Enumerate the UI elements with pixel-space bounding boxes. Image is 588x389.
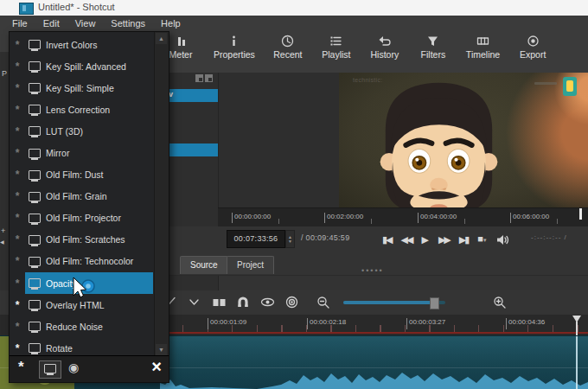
favorite-star-icon[interactable]: * — [10, 104, 25, 116]
volume-icon[interactable] — [496, 234, 509, 246]
video-filter-icon — [29, 126, 41, 136]
favorite-star-icon[interactable]: * — [10, 39, 25, 51]
filter-item-reduce-noise[interactable]: *Reduce Noise — [10, 316, 153, 337]
zoom-in-icon[interactable] — [493, 296, 507, 309]
menu-edit[interactable]: Edit — [36, 18, 67, 29]
favorite-star-icon[interactable]: * — [10, 277, 25, 290]
paste-overwrite-icon[interactable] — [212, 296, 227, 309]
ruler-marker-line — [158, 332, 588, 334]
menu-file[interactable]: File — [5, 18, 35, 29]
filters-chooser-popup: *Invert Colors *Key Spill: Advanced *Key… — [9, 31, 169, 383]
close-popup-button[interactable]: × — [151, 357, 162, 377]
favorite-star-icon[interactable]: * — [10, 125, 25, 137]
edge-fragment-p: P — [2, 69, 7, 78]
tab-source[interactable]: Source — [180, 256, 228, 274]
filter-item-key-spill-advanced[interactable]: *Key Spill: Advanced — [10, 55, 153, 77]
fast-forward-button[interactable]: ▶▶ — [438, 231, 450, 248]
filter-item-mirror[interactable]: *Mirror — [10, 142, 153, 163]
channel-badge-icon — [563, 77, 577, 96]
favorite-star-icon[interactable]: * — [10, 82, 25, 94]
menu-view[interactable]: View — [68, 18, 103, 29]
spinner-down-icon[interactable]: ▼ — [288, 239, 292, 244]
favorite-star-icon[interactable]: * — [10, 190, 25, 202]
filter-item-invert-colors[interactable]: *Invert Colors — [10, 34, 153, 55]
properties-button[interactable]: Properties — [208, 33, 261, 61]
in-out-duration: -:--:--:-- / — [531, 233, 567, 241]
skip-end-button[interactable]: ▶▮ — [459, 231, 469, 248]
favorite-star-icon[interactable]: * — [10, 299, 25, 311]
filter-item-old-film-projector[interactable]: *Old Film: Projector — [10, 207, 153, 229]
popup-scrollbar[interactable]: ▲ ▼ — [154, 32, 169, 356]
stop-button[interactable]: ■▾ — [477, 230, 486, 249]
recent-icon — [281, 35, 294, 48]
timeline-zoom-slider[interactable] — [343, 301, 445, 304]
video-preview: technistic: — [339, 73, 588, 207]
scroll-up-icon[interactable]: ▲ — [156, 33, 167, 44]
favorite-star-icon[interactable]: * — [10, 233, 25, 246]
filter-item-key-spill-simple[interactable]: *Key Spill: Simple — [10, 77, 153, 99]
scroll-down-icon[interactable]: ▼ — [156, 344, 167, 355]
scrub-marker-icon[interactable] — [260, 296, 275, 309]
position-spinner[interactable]: ▲ ▼ — [285, 230, 295, 248]
ripple-icon[interactable] — [285, 296, 298, 309]
menu-help[interactable]: Help — [154, 18, 188, 29]
history-icon — [378, 35, 391, 48]
player-playhead[interactable] — [579, 208, 582, 220]
video-filters-button[interactable] — [39, 360, 61, 379]
favorite-star-icon[interactable]: * — [10, 212, 25, 224]
splitter-handle[interactable]: ••••• — [361, 266, 384, 275]
popup-footer: * ◉ × — [10, 355, 169, 382]
player-time-ruler[interactable]: 00:00:00:00 00:02:00:00 00:04:00:00 00:0… — [218, 207, 588, 227]
favorite-star-icon[interactable]: * — [10, 342, 25, 354]
rewind-button[interactable]: ◀◀ — [401, 231, 412, 248]
zoom-slider-handle[interactable] — [430, 297, 439, 309]
favorite-star-icon[interactable]: * — [10, 61, 25, 73]
zoom-out-icon[interactable] — [316, 296, 330, 309]
meter-label: Meter — [169, 49, 193, 60]
stop-menu-caret: ▾ — [483, 237, 487, 243]
timeline-ruler-label: 00:00:01:09 — [208, 318, 246, 329]
video-filter-icon — [29, 105, 41, 114]
audio-filters-button[interactable]: ◉ — [68, 360, 79, 374]
transport-bar: 00:07:33:56 ▲ ▼ / 00:09:45:59 ▮◀ ◀◀ ▶ ▶▶… — [169, 226, 588, 252]
filter-item-lut-3d[interactable]: *LUT (3D) — [10, 120, 153, 142]
menu-settings[interactable]: Settings — [104, 18, 152, 29]
timeline-label: Timeline — [466, 49, 500, 60]
timeline-playhead-stem — [576, 322, 578, 335]
filter-item-old-film-dust[interactable]: *Old Film: Dust — [10, 164, 153, 186]
favorite-star-icon[interactable]: * — [10, 147, 25, 159]
applied-filter-row[interactable] — [169, 143, 218, 156]
recent-button[interactable]: Recent — [266, 33, 310, 61]
history-button[interactable]: History — [363, 33, 406, 61]
playlist-button[interactable]: Playlist — [315, 33, 358, 61]
skip-start-button[interactable]: ▮◀ — [382, 231, 392, 248]
filters-label: Filters — [421, 49, 446, 60]
timeline-icon — [476, 35, 489, 48]
video-filter-icon — [29, 322, 41, 331]
player-tabs: Source Project ••••• — [169, 252, 588, 276]
menu-bar: File Edit View Settings Help — [0, 16, 588, 31]
grid-icon[interactable] — [195, 74, 203, 82]
player-ruler-label: 00:04:00:00 — [418, 213, 457, 223]
favorite-star-icon[interactable]: * — [10, 169, 25, 181]
filter-item-old-film-technocolor[interactable]: *Old Film: Technocolor — [10, 251, 153, 272]
video-filter-icon — [29, 149, 41, 158]
favorite-star-icon[interactable]: * — [10, 255, 25, 267]
timeline-menu-chevron-icon[interactable] — [188, 296, 201, 309]
applied-filter-row[interactable] — [169, 89, 218, 102]
filters-button[interactable]: Filters — [412, 33, 455, 61]
filter-item-old-film-scratches[interactable]: *Old Film: Scratches — [10, 229, 153, 251]
export-button[interactable]: Export — [511, 33, 554, 61]
tab-project[interactable]: Project — [227, 256, 274, 274]
play-button[interactable]: ▶ — [421, 231, 428, 248]
filter-item-lens-correction[interactable]: *Lens Correction — [10, 99, 153, 120]
current-position-field[interactable]: 00:07:33:56 — [227, 230, 285, 248]
grid-icon[interactable] — [205, 74, 213, 82]
snap-magnet-icon[interactable] — [236, 296, 250, 309]
favorites-filter-button[interactable]: * — [18, 359, 24, 376]
timeline-button[interactable]: Timeline — [460, 33, 506, 61]
filter-item-old-film-grain[interactable]: *Old Film: Grain — [10, 186, 153, 207]
timeline-ruler-label: 00:00:03:27 — [406, 318, 445, 329]
favorite-star-icon[interactable]: * — [10, 321, 25, 333]
mouse-cursor — [69, 275, 104, 301]
